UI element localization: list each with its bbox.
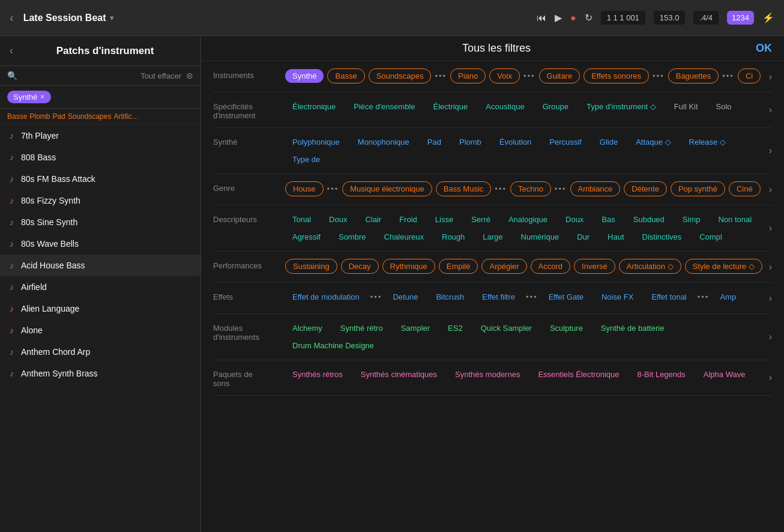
sidebar-back-button[interactable]: ‹ <box>10 44 13 57</box>
filter-chip[interactable]: Groupe <box>535 100 576 113</box>
filter-chip[interactable]: ••• <box>722 71 734 80</box>
tag-pad[interactable]: Pad <box>52 112 65 121</box>
song-item[interactable]: ♪ Alone <box>0 319 201 341</box>
song-item[interactable]: ♪ Anthem Synth Brass <box>0 363 201 384</box>
filter-chip[interactable]: Polyphonique <box>285 135 347 149</box>
filter-chip[interactable]: Clair <box>358 213 388 226</box>
song-item[interactable]: ♪ 7th Player <box>0 125 201 147</box>
filter-chip[interactable]: Attaque ◇ <box>629 135 678 149</box>
filter-chip[interactable]: Ambiance <box>570 181 621 196</box>
filter-chip[interactable]: Effet tonal <box>644 290 693 304</box>
filter-chip[interactable]: Glide <box>593 135 625 149</box>
expand-row-icon[interactable]: › <box>769 71 772 82</box>
song-item[interactable]: ♪ 80s Wave Bells <box>0 233 201 255</box>
filter-chip[interactable]: Non tonal <box>711 213 759 226</box>
song-item[interactable]: ♪ Anthem Chord Arp <box>0 341 201 363</box>
filter-chip[interactable]: Agressif <box>285 230 328 244</box>
filter-chip[interactable]: Détente <box>624 181 667 196</box>
song-item[interactable]: ♪ Airfield <box>0 276 201 298</box>
filter-chip[interactable]: Effet filtre <box>475 290 522 304</box>
remove-filter-icon[interactable]: ✕ <box>40 93 45 101</box>
filter-chip[interactable]: Voix <box>489 68 520 83</box>
filter-chip[interactable]: Tonal <box>285 213 318 226</box>
play-button[interactable]: ▶ <box>555 12 562 23</box>
filter-chip[interactable]: Synthés rétros <box>285 367 350 381</box>
filter-chip[interactable]: Monophonique <box>351 135 417 149</box>
expand-row-icon[interactable]: › <box>769 331 772 342</box>
song-item[interactable]: ♪ 80s FM Bass Attack <box>0 168 201 190</box>
filter-chip[interactable]: Synthé rétro <box>333 321 390 335</box>
filter-chip[interactable]: Ci <box>738 68 761 83</box>
filter-chip[interactable]: Serré <box>464 213 498 226</box>
filter-chip[interactable]: Sustaining <box>285 259 337 274</box>
expand-row-icon[interactable]: › <box>769 145 772 156</box>
filter-chip[interactable]: Effets sonores <box>583 68 649 83</box>
filter-chip[interactable]: Numérique <box>514 230 567 244</box>
filter-chip[interactable]: ••• <box>523 71 535 80</box>
filter-chip[interactable]: Arpégier <box>481 259 526 274</box>
filter-chip[interactable]: Acoustique <box>478 100 531 113</box>
filter-chip[interactable]: Doux <box>558 213 591 226</box>
filter-chip[interactable]: Pop synthé <box>671 181 725 196</box>
back-button[interactable]: ‹ <box>10 11 14 25</box>
filter-chip[interactable]: Pièce d'ensemble <box>346 100 422 113</box>
filter-chip[interactable]: Alpha Wave <box>696 367 753 381</box>
filter-chip[interactable]: Sombre <box>331 230 373 244</box>
ok-button[interactable]: OK <box>756 42 772 55</box>
filter-chip[interactable]: Lisse <box>428 213 460 226</box>
tag-basse[interactable]: Basse <box>7 112 27 121</box>
filter-chip[interactable]: Ciné <box>729 181 761 196</box>
expand-row-icon[interactable]: › <box>769 293 772 304</box>
filter-chip[interactable]: Effet Gate <box>541 290 591 304</box>
tag-artific[interactable]: Artific… <box>113 112 139 121</box>
filter-chip[interactable]: Quick Sampler <box>474 321 539 335</box>
metronome-button[interactable]: 1234 <box>727 11 754 25</box>
filter-chip[interactable]: Évolution <box>492 135 538 149</box>
filter-chip[interactable]: Dur <box>570 230 597 244</box>
expand-row-icon[interactable]: › <box>769 184 772 195</box>
filter-chip[interactable]: Guitare <box>539 68 580 83</box>
filter-chip[interactable]: Synthé de batterie <box>594 321 672 335</box>
filter-chip[interactable]: Distinctives <box>635 230 689 244</box>
filter-chip[interactable]: Électronique <box>285 100 343 113</box>
filter-icon[interactable]: ⊜ <box>186 71 193 80</box>
filter-chip[interactable]: Baguettes <box>668 68 719 83</box>
filter-chip[interactable]: Percussif <box>542 135 588 149</box>
loop-button[interactable]: ↻ <box>585 12 593 23</box>
filter-chip[interactable]: Analogique <box>501 213 555 226</box>
filter-chip[interactable]: Sampler <box>394 321 437 335</box>
filter-chip[interactable]: Soundscapes <box>369 68 432 83</box>
filter-chip[interactable]: Électrique <box>426 100 475 113</box>
tag-soundscapes[interactable]: Soundscapes <box>68 112 112 121</box>
rewind-button[interactable]: ⏮ <box>537 13 546 23</box>
song-item[interactable]: ♪ Alien Language <box>0 298 201 319</box>
filter-chip[interactable]: Simp <box>675 213 708 226</box>
filter-chip[interactable]: ES2 <box>441 321 470 335</box>
filter-chip[interactable]: Release ◇ <box>682 135 733 149</box>
filter-chip[interactable]: 8-Bit Legends <box>630 367 693 381</box>
filter-chip[interactable]: ••• <box>370 292 382 301</box>
filter-chip[interactable]: Synthés modernes <box>448 367 527 381</box>
filter-chip[interactable]: House <box>285 181 324 196</box>
expand-row-icon[interactable]: › <box>769 104 772 115</box>
filter-chip[interactable]: Decay <box>341 259 379 274</box>
filter-chip[interactable]: Bas <box>594 213 622 226</box>
filter-chip[interactable]: Drum Machine Designe <box>285 339 381 352</box>
filter-chip[interactable]: Piano <box>450 68 486 83</box>
filter-chip[interactable]: Plomb <box>452 135 489 149</box>
filter-chip[interactable]: Froid <box>392 213 424 226</box>
active-filter-tag[interactable]: Synthé ✕ <box>7 91 51 103</box>
filter-chip[interactable]: Bass Music <box>436 181 491 196</box>
tag-plomb[interactable]: Plomb <box>29 112 50 121</box>
filter-chip[interactable]: ••• <box>435 71 447 80</box>
filter-chip[interactable]: Noise FX <box>594 290 641 304</box>
expand-row-icon[interactable]: › <box>769 223 772 234</box>
filter-chip[interactable]: Compl <box>692 230 729 244</box>
filter-chip[interactable]: Inversé <box>574 259 615 274</box>
filter-chip[interactable]: Synthé <box>285 69 324 83</box>
filter-chip[interactable]: ••• <box>526 292 538 301</box>
filter-chip[interactable]: Bitcrush <box>429 290 471 304</box>
project-title-container[interactable]: Late Session Beat ▾ <box>23 13 113 23</box>
filter-chip[interactable]: Haut <box>600 230 631 244</box>
filter-chip[interactable]: Solo <box>709 100 739 113</box>
